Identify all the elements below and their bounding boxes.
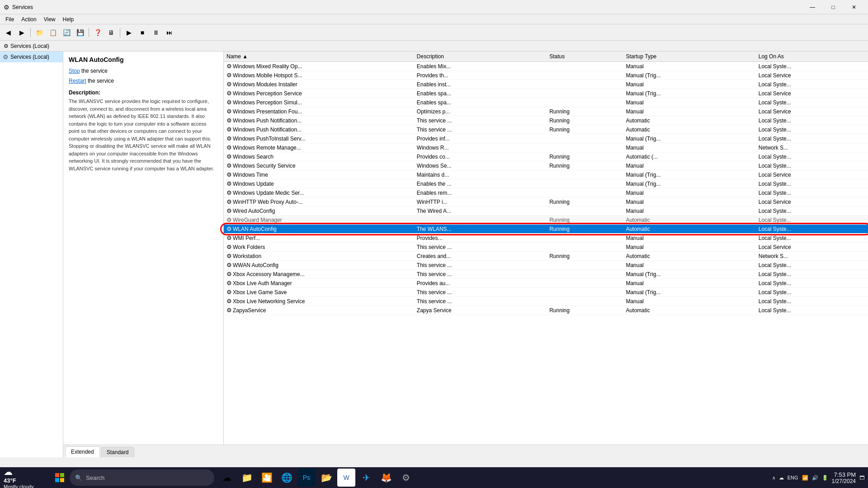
table-row[interactable]: ⚙Windows TimeMaintains d...Manual (Trig.…	[224, 170, 868, 179]
tray-clock[interactable]: 7:53 PM 1/27/2024	[832, 471, 856, 484]
taskbar-app-cloud[interactable]: ☁	[218, 469, 236, 487]
col-header-logon[interactable]: Log On As	[756, 52, 868, 62]
taskbar-app-chrome[interactable]: 🌐	[278, 469, 296, 487]
tray-battery[interactable]: 🔋	[822, 475, 828, 481]
tray-notification[interactable]: 🗖	[859, 475, 864, 480]
back-button[interactable]: ◀	[2, 27, 14, 38]
table-row[interactable]: ⚙WMI Perf...Provides...ManualLocal Syste…	[224, 234, 868, 243]
service-status-cell	[547, 179, 623, 188]
taskbar-app-word[interactable]: W	[337, 469, 355, 487]
service-desc-cell: Enables the ...	[414, 179, 547, 188]
tray-lang[interactable]: ENG	[788, 475, 798, 480]
table-row[interactable]: ⚙Windows Presentation Fou...Optimizes p.…	[224, 107, 868, 116]
table-row[interactable]: ⚙WorkstationCreates and...RunningAutomat…	[224, 252, 868, 261]
tray-wifi[interactable]: 📶	[802, 475, 808, 481]
stop-section: Stop the service	[69, 68, 218, 74]
start-button[interactable]	[52, 469, 68, 486]
taskbar-app-firefox[interactable]: 🦊	[377, 469, 395, 487]
menu-action[interactable]: Action	[18, 15, 40, 23]
table-row[interactable]: ⚙Windows PushToInstall Serv...Provides i…	[224, 134, 868, 143]
service-logon-cell: Local Syste...	[756, 261, 868, 270]
service-status-cell	[547, 71, 623, 80]
tab-standard[interactable]: Standard	[101, 447, 135, 457]
table-row[interactable]: ⚙Windows Mixed Reality Op...Enables Mix.…	[224, 62, 868, 71]
close-button[interactable]: ✕	[844, 0, 864, 14]
table-row[interactable]: ⚙Windows UpdateEnables the ...Manual (Tr…	[224, 179, 868, 188]
col-header-name[interactable]: Name ▲	[224, 52, 414, 62]
col-header-status[interactable]: Status	[547, 52, 623, 62]
table-row[interactable]: ⚙Xbox Accessory Manageme...This service …	[224, 270, 868, 279]
maximize-button[interactable]: □	[823, 0, 844, 14]
table-row[interactable]: ⚙Wired AutoConfigThe Wired A...ManualLoc…	[224, 206, 868, 216]
service-desc-cell: Provides...	[414, 234, 547, 243]
up-button[interactable]: 📁	[33, 27, 46, 38]
menu-view[interactable]: View	[40, 15, 59, 23]
stop-service-button[interactable]: ■	[136, 27, 149, 38]
tray-expand[interactable]: ∧	[772, 475, 775, 480]
minimize-button[interactable]: —	[802, 0, 823, 14]
taskbar-app-telegram[interactable]: ✈	[357, 469, 375, 487]
tab-extended[interactable]: Extended	[65, 446, 100, 457]
col-header-desc[interactable]: Description	[414, 52, 547, 62]
service-startup-cell: Automatic	[623, 252, 755, 261]
col-header-startup[interactable]: Startup Type	[623, 52, 755, 62]
service-status-cell: Running	[547, 216, 623, 225]
table-row[interactable]: ⚙WLAN AutoConfigThe WLANS...RunningAutom…	[224, 225, 868, 234]
table-row[interactable]: ⚙Windows Modules InstallerEnables inst..…	[224, 80, 868, 89]
sidebar-item-services-local[interactable]: ⚙ Services (Local)	[0, 52, 63, 62]
service-name-cell: ⚙WinHTTP Web Proxy Auto-...	[224, 197, 414, 206]
table-row[interactable]: ⚙Windows SearchProvides co...RunningAuto…	[224, 152, 868, 161]
table-row[interactable]: ⚙Windows Mobile Hotspot S...Provides th.…	[224, 71, 868, 80]
table-row[interactable]: ⚙Windows Remote Manage...Windows R...Man…	[224, 143, 868, 152]
forward-button[interactable]: ▶	[15, 27, 28, 38]
table-row[interactable]: ⚙Windows Perception Simul...Enables spa.…	[224, 98, 868, 107]
table-row[interactable]: ⚙Work FoldersThis service ...ManualLocal…	[224, 243, 868, 252]
service-name-cell: ⚙Windows Time	[224, 170, 414, 179]
restart-link[interactable]: Restart	[69, 78, 86, 84]
service-desc-cell: Provides th...	[414, 71, 547, 80]
table-row[interactable]: ⚙Xbox Live Auth ManagerProvides au...Man…	[224, 279, 868, 288]
export-button[interactable]: 💾	[74, 27, 86, 38]
title-bar: ⚙ Services — □ ✕	[0, 0, 868, 14]
resume-service-button[interactable]: ⏭	[163, 27, 176, 38]
table-row[interactable]: ⚙Windows Update Medic Ser...Enables rem.…	[224, 188, 868, 197]
service-logon-cell: Local Syste...	[756, 225, 868, 234]
toolbar: ◀ ▶ 📁 📋 🔄 💾 ❓ 🖥 ▶ ■ ⏸ ⏭	[0, 24, 868, 41]
taskbar-app-services[interactable]: ⚙	[397, 469, 415, 487]
table-row[interactable]: ⚙Windows Security ServiceWindows Se...Ru…	[224, 161, 868, 170]
service-name-cell: ⚙Windows Perception Service	[224, 89, 414, 98]
table-row[interactable]: ⚙Windows Push Notification...This servic…	[224, 125, 868, 134]
tray-volume[interactable]: 🔊	[812, 475, 818, 481]
taskbar-app-fileexplorer[interactable]: 📁	[238, 469, 256, 487]
refresh-button[interactable]: 🔄	[60, 27, 73, 38]
service-name-cell: ⚙Xbox Live Game Save	[224, 288, 414, 297]
table-row[interactable]: ⚙ZapyaServiceZapya ServiceRunningAutomat…	[224, 306, 868, 315]
table-row[interactable]: ⚙Windows Push Notification...This servic…	[224, 116, 868, 125]
taskbar-app-files[interactable]: 📂	[317, 469, 335, 487]
table-header-row: Name ▲ Description Status Startup Type L…	[224, 52, 868, 62]
taskbar-app-teams[interactable]: 🎦	[258, 469, 276, 487]
pause-service-button[interactable]: ⏸	[150, 27, 162, 38]
start-service-button[interactable]: ▶	[123, 27, 135, 38]
menu-help[interactable]: Help	[59, 15, 78, 23]
taskbar-app-photoshop[interactable]: Ps	[297, 469, 316, 487]
breadcrumb-icon: ⚙	[4, 43, 9, 49]
stop-link[interactable]: Stop	[69, 68, 80, 74]
show-hide-button[interactable]: 📋	[47, 27, 59, 38]
table-row[interactable]: ⚙WWAN AutoConfigThis service ...ManualLo…	[224, 261, 868, 270]
menu-file[interactable]: File	[2, 15, 18, 23]
service-desc-cell: Enables spa...	[414, 98, 547, 107]
taskbar-search[interactable]: 🔍 Search	[70, 469, 214, 486]
properties-button[interactable]: 🖥	[105, 27, 118, 38]
table-row[interactable]: ⚙WinHTTP Web Proxy Auto-...WinHTTP i...R…	[224, 197, 868, 206]
table-row[interactable]: ⚙Xbox Live Game SaveThis service ...Manu…	[224, 288, 868, 297]
service-name-cell: ⚙Windows Push Notification...	[224, 125, 414, 134]
service-startup-cell: Automatic	[623, 306, 755, 315]
service-logon-cell: Local Service	[756, 243, 868, 252]
table-row[interactable]: ⚙WireGuard ManagerRunningAutomaticLocal …	[224, 216, 868, 225]
help-button[interactable]: ❓	[91, 27, 104, 38]
table-row[interactable]: ⚙Xbox Live Networking ServiceThis servic…	[224, 297, 868, 306]
tray-onedrive[interactable]: ☁	[779, 475, 784, 481]
table-row[interactable]: ⚙Windows Perception ServiceEnables spa..…	[224, 89, 868, 98]
service-logon-cell: Local Syste...	[756, 98, 868, 107]
